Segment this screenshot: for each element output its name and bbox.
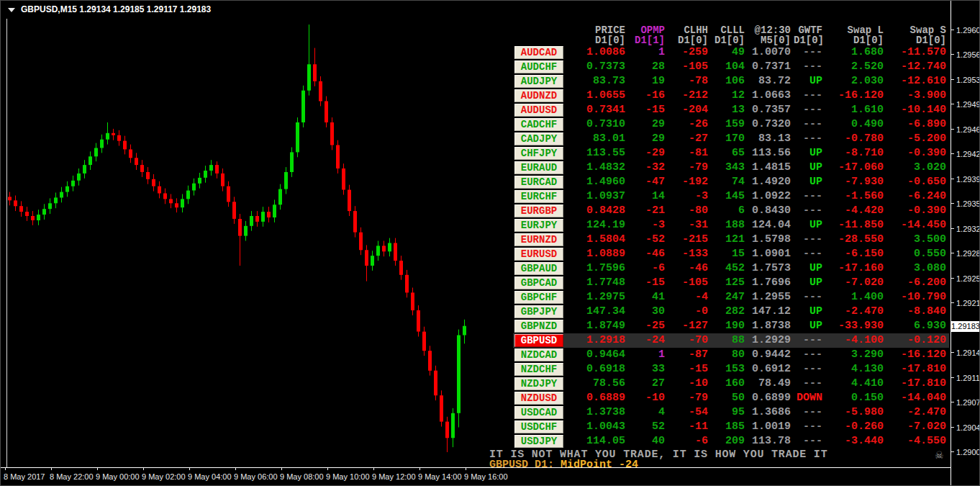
quote-row-gbpusd[interactable]: GBPUSD1.2918-24-70881.2929----4.100-0.12… — [513, 333, 949, 348]
quote-row-gbpaud[interactable]: GBPAUD1.7596-6-464521.7573UP-17.1603.080 — [513, 261, 949, 276]
symbol-label-audjpy[interactable]: AUDJPY — [514, 75, 563, 88]
quote-row-audchf[interactable]: AUDCHF0.737328-1051040.7371---2.520-12.7… — [513, 60, 949, 74]
symbol-label-eurnzd[interactable]: EURNZD — [514, 233, 563, 246]
quote-row-usdchf[interactable]: USDCHF1.004352-111851.0019----0.260-7.02… — [513, 420, 949, 434]
quote-cell: --- — [794, 48, 829, 58]
quote-row-cadjpy[interactable]: CADJPY83.0129-2717083.13----0.780-5.200 — [513, 132, 949, 146]
symbol-label-nzdchf[interactable]: NZDCHF — [514, 363, 563, 376]
quote-cell: -46 — [668, 264, 711, 274]
quote-row-nzdcad[interactable]: NZDCAD0.94641-87800.9442---3.290-16.120 — [513, 348, 949, 362]
symbol-label-cadchf[interactable]: CADCHF — [514, 118, 563, 131]
symbol-cell: EURCHF — [513, 190, 568, 203]
quote-row-usdjpy[interactable]: USDJPY114.0540-6209113.78----3.440-4.550 — [513, 434, 949, 449]
symbol-label-gbpcad[interactable]: GBPCAD — [514, 276, 563, 289]
quote-row-gbpcad[interactable]: GBPCAD1.7748-15-1051251.7696UP-7.020-6.2… — [513, 276, 949, 290]
symbol-label-audusd[interactable]: AUDUSD — [514, 104, 563, 117]
quote-cell: 1.2929 — [748, 336, 794, 346]
quote-cell: 4.130 — [829, 364, 886, 374]
symbol-label-usdjpy[interactable]: USDJPY — [514, 435, 563, 448]
symbol-label-cadjpy[interactable]: CADJPY — [514, 132, 563, 145]
column-header-opmp: OPMP — [628, 25, 668, 35]
symbol-cell: GBPAUD — [513, 262, 568, 275]
quote-row-audjpy[interactable]: AUDJPY83.7319-7810683.72UP2.030-12.610 — [513, 74, 949, 89]
quote-cell: 0.6912 — [748, 364, 794, 374]
time-tick — [235, 468, 236, 470]
quote-cell: 1.0655 — [568, 91, 628, 101]
time-label-4: 9 May 04:00 — [188, 472, 232, 481]
symbol-label-nzdusd[interactable]: NZDUSD — [514, 392, 563, 405]
symbol-label-gbpnzd[interactable]: GBPNZD — [514, 320, 563, 333]
symbol-label-eurcad[interactable]: EURCAD — [514, 176, 563, 189]
quote-row-audusd[interactable]: AUDUSD0.7341-15-204130.7357---1.610-10.1… — [513, 103, 949, 117]
symbol-cell: GBPCAD — [513, 276, 568, 289]
quote-row-eurcad[interactable]: EURCAD1.4960-47-192741.4920UP-7.930-0.65… — [513, 175, 949, 189]
time-axis[interactable]: 8 May 20178 May 22:009 May 00:009 May 02… — [1, 468, 950, 486]
chart-dropdown-icon[interactable] — [8, 8, 15, 12]
symbol-label-audnzd[interactable]: AUDNZD — [514, 89, 563, 102]
symbol-label-nzdcad[interactable]: NZDCAD — [514, 348, 563, 361]
time-tick — [327, 468, 328, 470]
quote-cell: 1 — [628, 48, 668, 58]
quote-cell: 114.05 — [568, 436, 628, 446]
quote-cell: -47 — [628, 177, 668, 187]
time-label-8: 9 May 12:00 — [372, 472, 416, 481]
quote-cell: 3.500 — [886, 235, 949, 245]
price-axis[interactable]: 1.296001.295651.295301.294951.294601.294… — [951, 1, 980, 467]
quote-row-eurchf[interactable]: EURCHF1.093714-31451.0922----1.560-6.240 — [513, 189, 949, 204]
mt4-chart-window: GBPUSD,M15 1.29134 1.29185 1.29117 1.291… — [0, 0, 980, 486]
quote-cell: -54 — [668, 408, 711, 418]
column-header-swap-s: D1[0] — [886, 35, 949, 45]
quote-row-eurnzd[interactable]: EURNZD1.5804-52-2151211.5798----28.5503.… — [513, 233, 949, 247]
symbol-cell: NZDJPY — [513, 377, 568, 390]
quote-cell: -8.840 — [886, 307, 949, 317]
quote-cell: 15 — [711, 249, 748, 259]
symbol-label-chfjpy[interactable]: CHFJPY — [514, 147, 563, 160]
symbol-label-nzdjpy[interactable]: NZDJPY — [514, 377, 563, 390]
quote-cell: -6 — [628, 264, 668, 274]
quote-cell: 14 — [628, 192, 668, 202]
quote-cell: 147.12 — [748, 307, 794, 317]
symbol-label-gbpaud[interactable]: GBPAUD — [514, 262, 563, 275]
chart-titlebar[interactable]: GBPUSD,M15 1.29134 1.29185 1.29117 1.291… — [1, 1, 979, 18]
symbol-cell: USDCHF — [513, 420, 568, 433]
time-label-0: 8 May 2017 — [4, 472, 45, 481]
symbol-label-usdcad[interactable]: USDCAD — [514, 406, 563, 419]
symbol-label-audchf[interactable]: AUDCHF — [514, 60, 563, 73]
quote-row-cadchf[interactable]: CADCHF0.731029-261590.7320---0.490-6.890 — [513, 117, 949, 132]
quote-cell: -14.450 — [886, 220, 949, 230]
symbol-label-eurjpy[interactable]: EURJPY — [514, 219, 563, 232]
quote-row-audnzd[interactable]: AUDNZD1.0655-16-212121.0663----16.120-3.… — [513, 89, 949, 103]
symbol-label-audcad[interactable]: AUDCAD — [514, 46, 563, 59]
quote-cell: 153 — [711, 364, 748, 374]
quote-row-gbpnzd[interactable]: GBPNZD1.8749-25-1271901.8738UP-33.9306.9… — [513, 319, 949, 333]
quote-row-gbpchf[interactable]: GBPCHF1.297541-42471.2955---1.400-10.790 — [513, 290, 949, 305]
symbol-label-eurgbp[interactable]: EURGBP — [514, 204, 563, 217]
column-header-swap-l: D1[0] — [829, 35, 886, 45]
quote-row-nzdjpy[interactable]: NZDJPY78.5627-1016078.49---4.410-17.810 — [513, 377, 949, 391]
quote-row-chfjpy[interactable]: CHFJPY113.55-29-8165113.56UP-8.710-0.390 — [513, 146, 949, 161]
symbol-label-eurusd[interactable]: EURUSD — [514, 248, 563, 261]
symbol-label-euraud[interactable]: EURAUD — [514, 161, 563, 174]
quote-cell: -16.120 — [829, 91, 886, 101]
quote-row-nzdchf[interactable]: NZDCHF0.691833-151530.6912---4.130-17.81… — [513, 362, 949, 377]
quote-cell: -16.120 — [886, 350, 949, 360]
symbol-label-eurchf[interactable]: EURCHF — [514, 190, 563, 203]
price-tick-1.29460: 1.29460 — [951, 125, 980, 134]
quote-row-usdcad[interactable]: USDCAD1.37384-54951.3686----5.980-2.470 — [513, 405, 949, 420]
symbol-label-usdchf[interactable]: USDCHF — [514, 420, 563, 433]
quote-cell: --- — [794, 292, 829, 302]
quote-row-eurusd[interactable]: EURUSD1.0889-46-133151.0901----6.1500.55… — [513, 247, 949, 261]
quote-cell: -127 — [668, 321, 711, 331]
quote-row-eurjpy[interactable]: EURJPY124.19-3-31188124.04UP-11.850-14.4… — [513, 218, 949, 233]
quote-row-euraud[interactable]: EURAUD1.4832-32-793431.4815UP-17.0603.02… — [513, 161, 949, 175]
symbol-label-gbpchf[interactable]: GBPCHF — [514, 291, 563, 304]
quote-cell: -215 — [668, 235, 711, 245]
quote-row-nzdusd[interactable]: NZDUSD0.6889-10-79500.6899DOWN0.150-14.0… — [513, 391, 949, 405]
quote-row-eurgbp[interactable]: EURGBP0.8428-21-8060.8430----4.420-0.390 — [513, 204, 949, 218]
quote-row-audcad[interactable]: AUDCAD1.00861-259491.0070---1.680-11.570 — [513, 45, 949, 60]
quote-row-gbpjpy[interactable]: GBPJPY147.3430-0282147.12UP-2.470-8.840 — [513, 305, 949, 319]
symbol-label-gbpjpy[interactable]: GBPJPY — [514, 305, 563, 318]
symbol-label-gbpusd[interactable]: GBPUSD — [514, 334, 563, 347]
symbol-cell: EURGBP — [513, 204, 568, 217]
quote-cell: -2.470 — [886, 408, 949, 418]
